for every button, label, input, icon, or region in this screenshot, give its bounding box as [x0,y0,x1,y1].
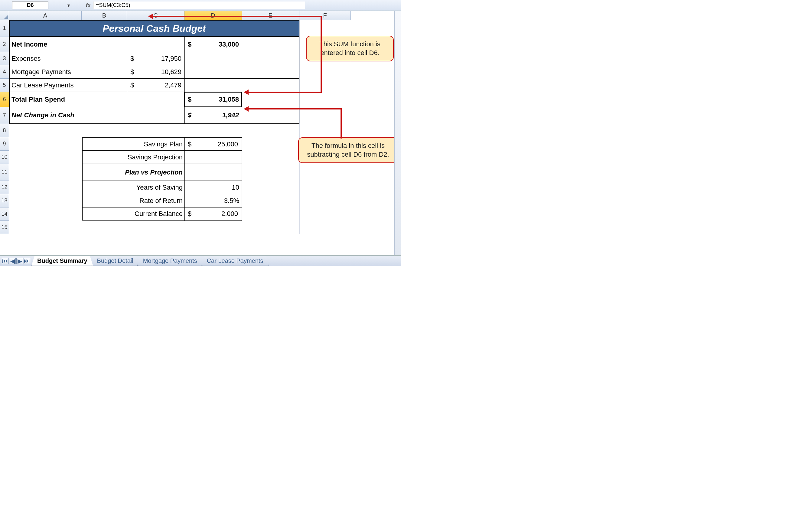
row-header-13[interactable]: 13 [0,194,9,208]
row-header-4[interactable]: 4 [0,65,9,79]
formula-bar: D6 ▼ fx =SUM(C3:C5) [0,0,401,11]
tab-nav-last-icon[interactable]: ⏭ [24,258,30,264]
row-header-11[interactable]: 11 [0,164,9,181]
amt: 1,942 [222,111,239,119]
cell-a5[interactable]: Car Lease Payments [9,79,127,92]
cell-e4[interactable] [242,65,299,79]
arrow1-head1 [148,14,153,19]
tab-mortgage-payments[interactable]: Mortgage Payments [137,256,203,266]
row-headers: 1 2 3 4 5 6 7 8 9 10 11 12 13 14 15 [0,20,9,234]
arrow2-head [244,106,249,112]
col-header-c[interactable]: C [127,11,185,20]
cell-bc10[interactable]: Savings Projection [82,151,185,164]
row-header-12[interactable]: 12 [0,181,9,194]
cell-c7[interactable] [127,107,185,124]
arrow1-v [321,16,322,93]
title-cell[interactable]: Personal Cash Budget [9,20,299,37]
cell-bc12[interactable]: Years of Saving [82,181,185,194]
cell-bc13[interactable]: Rate of Return [82,194,185,208]
arrow2-h [248,108,342,110]
amt: 2,479 [165,81,182,89]
formula-text: =SUM(C3:C5) [96,2,130,8]
row-header-10[interactable]: 10 [0,151,9,164]
gridline-e [299,20,300,234]
formula-input[interactable]: =SUM(C3:C5) [93,1,305,10]
select-all-corner[interactable] [0,11,9,20]
row-header-2[interactable]: 2 [0,37,9,52]
cur: $ [130,55,134,63]
row-header-8[interactable]: 8 [0,124,9,137]
tab-budget-detail[interactable]: Budget Detail [91,256,139,266]
cell-a7[interactable]: Net Change in Cash [9,107,127,124]
cell-c4[interactable]: $10,629 [127,65,185,79]
col-header-a[interactable]: A [9,11,82,20]
cell-a2[interactable]: Net Income [9,37,127,52]
arrow2-v [341,108,342,138]
cell-d4[interactable] [185,65,242,79]
name-box[interactable]: D6 [12,1,49,10]
namebox-dropdown-icon[interactable]: ▼ [66,3,71,8]
col-header-e[interactable]: E [242,11,299,20]
cell-d11[interactable] [185,164,242,181]
amt: 25,000 [218,140,238,148]
cell-d9[interactable]: $25,000 [185,137,242,151]
arrow1-h2 [248,92,322,93]
row-header-9[interactable]: 9 [0,137,9,151]
tab-nav-first-icon[interactable]: ⏮ [2,258,8,264]
row-header-15[interactable]: 15 [0,221,9,234]
cell-c6[interactable] [127,92,185,107]
cur: $ [130,81,134,89]
cell-d7[interactable]: $1,942 [185,107,242,124]
cell-e7[interactable] [242,107,299,124]
cell-e2[interactable] [242,37,299,52]
cell-bc11[interactable]: Plan vs Projection [82,164,185,181]
cell-d13[interactable]: 3.5% [185,194,242,208]
cell-c3[interactable]: $17,950 [127,52,185,65]
row-8-blank[interactable] [9,124,299,137]
sheet-tab-strip: ⏮ ◀ ▶ ⏭ Budget Summary Budget Detail Mor… [0,255,401,266]
row-header-1[interactable]: 1 [0,20,9,37]
cell-e5[interactable] [242,79,299,92]
row-header-5[interactable]: 5 [0,79,9,92]
cur: $ [188,96,191,103]
cell-a6[interactable]: Total Plan Spend [9,92,127,107]
cell-c2[interactable] [127,37,185,52]
row-header-6[interactable]: 6 [0,92,9,107]
cell-a3[interactable]: Expenses [9,52,127,65]
fx-icon[interactable]: fx [86,2,91,8]
cell-e3[interactable] [242,52,299,65]
amt: 10,629 [161,68,182,76]
amt: 2,000 [222,210,238,218]
tab-nav-next-icon[interactable]: ▶ [16,258,23,264]
cell-bc9[interactable]: Savings Plan [82,137,185,151]
row-header-14[interactable]: 14 [0,208,9,221]
cell-d5[interactable] [185,79,242,92]
col-header-d[interactable]: D [185,11,242,20]
arrow1-h1 [152,16,322,17]
tab-budget-summary[interactable]: Budget Summary [32,256,93,266]
col-header-b[interactable]: B [82,11,127,20]
cell-d3[interactable] [185,52,242,65]
vertical-scrollbar[interactable] [394,11,401,255]
cell-e6[interactable] [242,92,299,107]
cell-d2[interactable]: $33,000 [185,37,242,52]
amt: 33,000 [218,40,239,49]
col-header-f[interactable]: F [299,11,351,20]
cell-d12[interactable]: 10 [185,181,242,194]
row-header-3[interactable]: 3 [0,52,9,65]
cur: $ [188,40,191,49]
cell-a4[interactable]: Mortgage Payments [9,65,127,79]
tab-nav-prev-icon[interactable]: ◀ [9,258,16,264]
cell-bc14[interactable]: Current Balance [82,208,185,221]
cell-c5[interactable]: $2,479 [127,79,185,92]
amt: 17,950 [161,55,182,63]
cell-d10[interactable] [185,151,242,164]
cell-d14[interactable]: $2,000 [185,208,242,221]
tab-car-lease-payments[interactable]: Car Lease Payments [201,256,269,266]
cur: $ [188,210,191,218]
cur: $ [188,140,191,148]
cell-d6[interactable]: $31,058 [185,92,242,107]
callout-subtract-formula: The formula in this cell is subtracting … [298,137,398,163]
row-header-7[interactable]: 7 [0,107,9,124]
callout-sum-function: This SUM function is entered into cell D… [306,36,394,61]
